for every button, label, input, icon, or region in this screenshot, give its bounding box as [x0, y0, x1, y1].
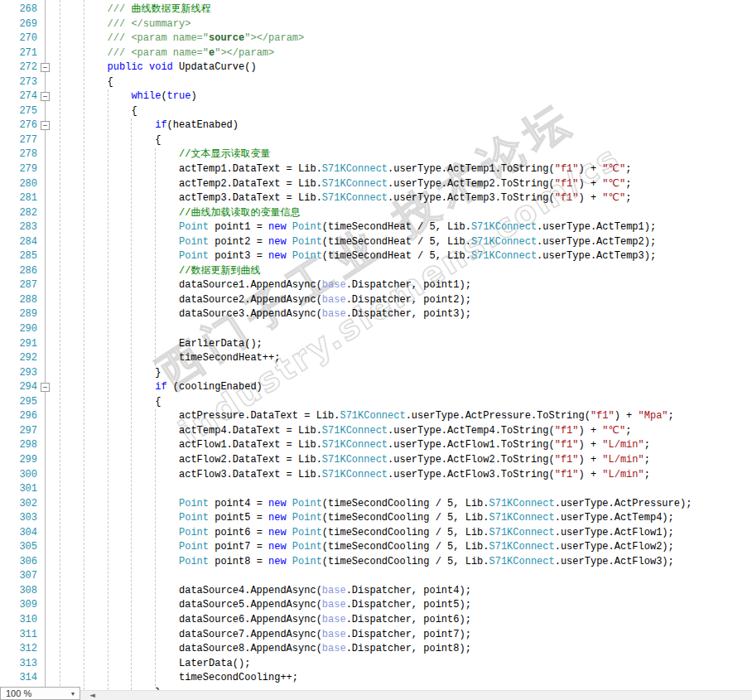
code-token-t: Point	[292, 512, 322, 524]
code-text[interactable]: {	[60, 395, 161, 410]
code-text[interactable]: Point point6 = new Point(timeSecondCooli…	[60, 526, 674, 541]
code-text[interactable]: dataSource5.AppendAsync(base.Dispatcher,…	[60, 598, 471, 613]
code-text[interactable]: /// </summary>	[60, 17, 190, 32]
code-text[interactable]: if (coolingEnabed)	[60, 380, 263, 395]
code-text[interactable]: Point point4 = new Point(timeSecondCooli…	[60, 497, 692, 512]
code-token-p: .userType.ActTemp2);	[537, 236, 656, 248]
line-number: 290	[0, 322, 37, 337]
code-text[interactable]: Point point8 = new Point(timeSecondCooli…	[60, 555, 674, 570]
code-text[interactable]: Point point1 = new Point(timeSecondHeat …	[60, 220, 656, 235]
code-token-b: base	[322, 599, 346, 611]
code-text[interactable]: actTemp4.DataText = Lib.S71KConnect.user…	[60, 424, 631, 439]
code-token-p: point8 =	[209, 556, 268, 567]
code-text[interactable]: actFlow3.DataText = Lib.S71KConnect.user…	[60, 468, 650, 483]
line-number: 281	[0, 191, 37, 206]
code-text[interactable]: //曲线加载读取的变量信息	[60, 206, 300, 221]
line-number: 268	[0, 2, 37, 17]
code-token-p: dataSource8.AppendAsync(	[179, 643, 322, 654]
code-token-p	[143, 61, 149, 73]
code-text[interactable]: /// <param name="e"></param>	[60, 46, 274, 61]
code-text[interactable]: }	[60, 366, 161, 381]
code-token-p: ;	[625, 425, 631, 437]
scroll-left-arrow-icon[interactable]: ◄	[85, 690, 99, 700]
code-token-s: "f1"	[555, 469, 579, 480]
code-line: 312dataSource8.AppendAsync(base.Dispatch…	[0, 642, 752, 657]
zoom-level-value: 100 %	[1, 688, 66, 700]
code-line: 293}	[0, 366, 752, 381]
code-token-p: (timeSecondCooling / 5, Lib.	[322, 512, 489, 524]
code-token-s: "℃"	[602, 163, 625, 175]
code-token-k: public	[108, 61, 143, 73]
code-line: 276if(heatEnabed)	[0, 118, 752, 133]
line-number: 310	[0, 613, 37, 628]
code-token-p: .userType.ActFlow1.ToString(	[388, 439, 555, 451]
code-token-s: "f1"	[555, 192, 579, 204]
code-token-p: .userType.ActFlow1);	[555, 527, 674, 538]
line-number: 308	[0, 584, 37, 599]
code-token-p: dataSource4.AppendAsync(	[179, 585, 322, 596]
code-token-p: (timeSecondHeat / 5, Lib.	[322, 250, 471, 262]
code-text[interactable]: {	[60, 75, 113, 90]
code-line: 311dataSource7.AppendAsync(base.Dispatch…	[0, 628, 752, 643]
line-number: 312	[0, 642, 37, 657]
code-text[interactable]: Point point5 = new Point(timeSecondCooli…	[60, 511, 674, 526]
code-token-d: "></param>	[244, 32, 304, 44]
code-token-p: (timeSecondCooling / 5, Lib.	[322, 556, 489, 567]
code-text[interactable]: timeSecondHeat++;	[60, 351, 280, 366]
code-token-p: dataSource1.AppendAsync(	[179, 279, 322, 291]
code-token-k: new	[268, 527, 287, 538]
code-text[interactable]: actFlow1.DataText = Lib.S71KConnect.user…	[60, 438, 650, 453]
code-text[interactable]: /// 曲线数据更新线程	[60, 2, 210, 17]
line-number: 296	[0, 409, 37, 424]
line-number: 287	[0, 278, 37, 293]
code-text[interactable]: {	[60, 104, 137, 119]
code-text[interactable]: actTemp1.DataText = Lib.S71KConnect.user…	[60, 162, 631, 177]
line-number: 307	[0, 569, 37, 584]
code-text[interactable]: actTemp3.DataText = Lib.S71KConnect.user…	[60, 191, 631, 206]
code-text[interactable]: dataSource2.AppendAsync(base.Dispatcher,…	[60, 293, 471, 308]
code-token-p: actPressure.DataText = Lib.	[179, 410, 340, 422]
code-line: 298actFlow1.DataText = Lib.S71KConnect.u…	[0, 438, 752, 453]
code-token-p: ) +	[579, 469, 603, 480]
code-token-t: Point	[179, 512, 209, 524]
code-text[interactable]: timeSecondCooling++;	[60, 671, 298, 686]
code-text[interactable]: if(heatEnabed)	[60, 118, 239, 133]
code-text[interactable]: Point point3 = new Point(timeSecondHeat …	[60, 249, 656, 264]
code-text[interactable]: actPressure.DataText = Lib.S71KConnect.u…	[60, 409, 674, 424]
zoom-level-combo[interactable]: 100 % ▼	[0, 687, 80, 700]
code-text[interactable]: dataSource4.AppendAsync(base.Dispatcher,…	[60, 584, 471, 599]
code-text[interactable]: Point point2 = new Point(timeSecondHeat …	[60, 235, 656, 250]
code-token-p: dataSource5.AppendAsync(	[179, 599, 322, 611]
code-line: 281actTemp3.DataText = Lib.S71KConnect.u…	[0, 191, 752, 206]
code-text[interactable]: actFlow2.DataText = Lib.S71KConnect.user…	[60, 453, 650, 468]
code-text[interactable]: dataSource1.AppendAsync(base.Dispatcher,…	[60, 278, 471, 293]
code-text[interactable]: public void UpdataCurve()	[60, 60, 257, 75]
code-text[interactable]: Point point7 = new Point(timeSecondCooli…	[60, 540, 674, 555]
code-text[interactable]: while(true)	[60, 89, 197, 104]
code-token-b: base	[322, 294, 346, 306]
code-token-p: .Dispatcher, point1);	[346, 279, 471, 291]
code-line: 269/// </summary>	[0, 17, 752, 32]
code-token-p: point7 =	[209, 541, 268, 553]
code-token-p: (timeSecondHeat / 5, Lib.	[322, 236, 471, 248]
code-text[interactable]: LaterData();	[60, 657, 250, 672]
code-token-k: while	[131, 90, 161, 102]
code-text[interactable]: {	[60, 133, 161, 148]
code-token-k: true	[167, 90, 191, 102]
code-text[interactable]: dataSource6.AppendAsync(base.Dispatcher,…	[60, 613, 471, 628]
code-text[interactable]: //文本显示读取变量	[60, 147, 270, 162]
code-token-p: (timeSecondCooling / 5, Lib.	[322, 541, 489, 553]
code-text[interactable]: dataSource8.AppendAsync(base.Dispatcher,…	[60, 642, 471, 657]
code-text[interactable]: EarlierData();	[60, 337, 263, 352]
code-text[interactable]: actTemp2.DataText = Lib.S71KConnect.user…	[60, 177, 631, 192]
code-text[interactable]: dataSource3.AppendAsync(base.Dispatcher,…	[60, 307, 471, 322]
horizontal-scrollbar[interactable]	[0, 690, 752, 700]
code-token-p: dataSource7.AppendAsync(	[179, 629, 322, 640]
code-token-p: .Dispatcher, point7);	[346, 629, 471, 640]
line-number: 302	[0, 497, 37, 512]
code-text[interactable]: dataSource7.AppendAsync(base.Dispatcher,…	[60, 628, 471, 643]
code-text[interactable]: /// <param name="source"></param>	[60, 31, 304, 46]
code-token-s: "f1"	[555, 439, 579, 451]
code-text[interactable]: //数据更新到曲线	[60, 264, 260, 279]
code-token-p: {	[155, 396, 161, 408]
